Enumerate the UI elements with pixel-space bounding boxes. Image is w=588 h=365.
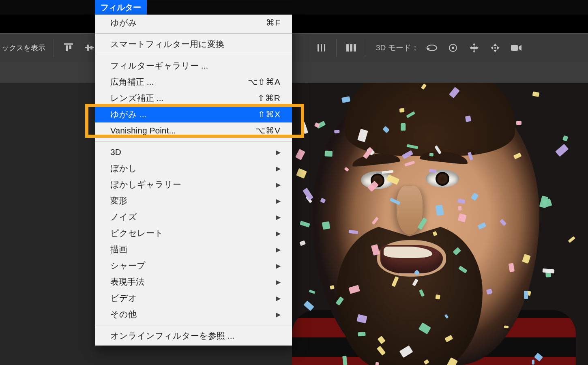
menu-separator <box>95 55 292 55</box>
svg-marker-19 <box>491 46 493 49</box>
menu-item-shortcut: ⇧⌘X <box>258 110 281 119</box>
menu-item[interactable]: 広角補正 ...⌥⇧⌘A <box>95 74 292 90</box>
submenu-arrow-icon: ▶ <box>276 294 281 302</box>
align-top-icon[interactable] <box>61 41 76 55</box>
menu-filter[interactable]: フィルター <box>95 0 147 15</box>
menu-item[interactable]: ノイズ▶ <box>95 209 292 225</box>
svg-rect-0 <box>64 43 73 45</box>
menu-separator <box>95 33 292 34</box>
distribute-horizontal-icon[interactable] <box>314 41 329 55</box>
menu-item[interactable]: 表現手法▶ <box>95 274 292 290</box>
confetti-piece <box>435 205 444 216</box>
canvas[interactable] <box>292 83 588 365</box>
menu-item[interactable]: ゆがみ⌘F <box>95 15 292 31</box>
menu-item[interactable]: 変形▶ <box>95 193 292 209</box>
menu-item[interactable]: オンラインフィルターを参照 ... <box>95 328 292 344</box>
menu-item-label: ノイズ <box>110 211 137 223</box>
svg-rect-8 <box>324 44 325 52</box>
confetti-piece <box>303 188 313 201</box>
menu-item[interactable]: ビデオ▶ <box>95 290 292 306</box>
confetti-piece <box>532 360 534 365</box>
confetti-piece <box>532 91 539 97</box>
confetti-piece <box>322 221 330 230</box>
menu-separator <box>95 325 292 325</box>
submenu-arrow-icon: ▶ <box>276 230 281 237</box>
menu-item-label: ビデオ <box>110 292 137 304</box>
svg-rect-22 <box>511 45 518 51</box>
submenu-arrow-icon: ▶ <box>276 213 281 221</box>
svg-marker-17 <box>494 43 497 46</box>
menu-item[interactable]: Vanishing Point...⌥⌘V <box>95 122 292 139</box>
confetti-piece <box>309 289 316 294</box>
confetti-piece <box>334 129 340 133</box>
menu-item-shortcut: ⌘F <box>266 18 281 28</box>
separator <box>366 39 366 57</box>
menu-item[interactable]: 描画▶ <box>95 241 292 258</box>
menu-item-label: ぼかし <box>110 163 137 174</box>
menu-item-shortcut: ⌥⇧⌘A <box>248 77 281 87</box>
svg-rect-10 <box>350 44 352 52</box>
confetti-piece <box>300 220 310 227</box>
svg-marker-16 <box>470 43 479 53</box>
svg-rect-3 <box>85 47 94 48</box>
confetti-piece <box>555 144 569 157</box>
confetti-piece <box>465 116 471 122</box>
submenu-arrow-icon: ▶ <box>276 148 281 156</box>
confetti-piece <box>399 108 405 113</box>
confetti-piece <box>568 236 575 243</box>
svg-point-15 <box>452 47 454 49</box>
scale-icon[interactable] <box>488 41 502 55</box>
menu-item[interactable]: スマートフィルター用に変換 <box>95 36 292 52</box>
menu-item-label: スマートフィルター用に変換 <box>110 39 224 50</box>
camera-icon[interactable] <box>509 41 524 55</box>
menu-item-label: ゆがみ <box>110 17 137 28</box>
confetti-piece <box>376 362 380 365</box>
photo-hair <box>345 83 515 156</box>
menu-item-label: フィルターギャラリー ... <box>110 60 208 71</box>
submenu-arrow-icon: ▶ <box>276 246 281 253</box>
separator <box>336 39 337 57</box>
menu-item[interactable]: レンズ補正 ...⇧⌘R <box>95 90 292 106</box>
svg-rect-2 <box>69 45 71 49</box>
submenu-arrow-icon: ▶ <box>276 181 281 189</box>
svg-rect-6 <box>318 44 319 52</box>
menu-item[interactable]: シャープ▶ <box>95 258 292 274</box>
svg-rect-11 <box>354 44 356 52</box>
menu-item-label: 表現手法 <box>110 276 144 288</box>
document-tab-strip <box>0 62 588 83</box>
app-menubar: フィルター <box>0 0 588 15</box>
submenu-arrow-icon: ▶ <box>276 262 281 270</box>
menu-item-shortcut: ⇧⌘R <box>258 93 281 103</box>
menu-item[interactable]: 3D▶ <box>95 144 292 160</box>
menu-item-label: 3D <box>110 147 121 157</box>
three-d-mode-label: 3D モード： <box>376 43 419 53</box>
menu-item[interactable]: その他▶ <box>95 306 292 322</box>
confetti-piece <box>296 149 306 160</box>
svg-point-21 <box>494 47 496 49</box>
show-controls-label[interactable]: ックスを表示 <box>0 43 49 53</box>
confetti-piece <box>435 295 440 300</box>
orbit-icon[interactable] <box>425 41 439 55</box>
menu-item-label: ぼかしギャラリー <box>110 179 181 190</box>
menu-item-label: 変形 <box>110 195 127 206</box>
menu-item-label: その他 <box>110 309 137 320</box>
distribute-columns-icon[interactable] <box>344 41 358 55</box>
svg-marker-23 <box>519 45 521 51</box>
submenu-arrow-icon: ▶ <box>276 197 281 205</box>
menu-item[interactable]: ピクセレート▶ <box>95 225 292 241</box>
menu-separator <box>95 141 292 142</box>
svg-marker-18 <box>494 50 497 52</box>
options-bar: ックスを表示 3D モード： <box>0 33 588 62</box>
menu-item-label: ゆがみ ... <box>110 109 146 120</box>
pan-icon[interactable] <box>467 41 481 55</box>
menu-item[interactable]: ぼかし▶ <box>95 160 292 176</box>
menu-item[interactable]: ゆがみ ...⇧⌘X <box>95 106 292 122</box>
confetti-piece <box>516 121 521 125</box>
svg-marker-20 <box>497 46 500 49</box>
menu-item[interactable]: ぼかしギャラリー▶ <box>95 176 292 193</box>
svg-point-13 <box>427 48 429 50</box>
svg-rect-7 <box>321 44 322 52</box>
rotate-icon[interactable] <box>446 41 460 55</box>
svg-rect-4 <box>87 45 89 51</box>
menu-item[interactable]: フィルターギャラリー ... <box>95 58 292 74</box>
